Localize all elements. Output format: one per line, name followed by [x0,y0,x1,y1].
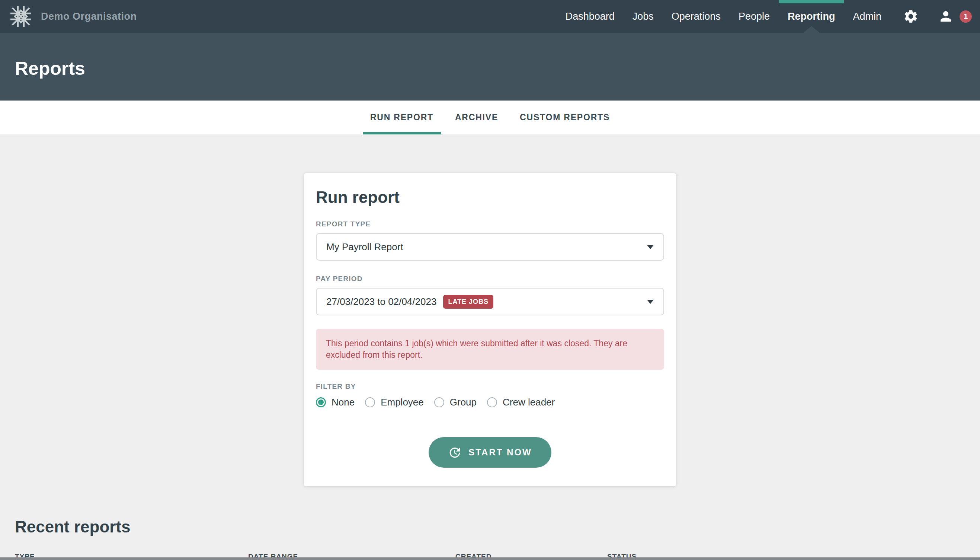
radio-circle-selected-icon [316,397,326,407]
update-clock-icon [448,446,462,460]
org-brand[interactable]: Demo Organisation [9,5,137,28]
start-now-button[interactable]: START NOW [429,437,551,468]
warning-text: This period contains 1 job(s) which were… [326,338,654,361]
recent-reports-section: Recent reports TYPE DATE RANGE CREATED S… [0,518,980,560]
filter-by-label: FILTER BY [316,382,664,391]
settings-button[interactable] [903,8,919,24]
snowflake-logo-icon [9,5,33,28]
late-jobs-warning-alert: This period contains 1 job(s) which were… [316,329,664,370]
person-icon [938,8,953,24]
pay-period-selected-value: 27/03/2023 to 02/04/2023 [326,296,437,308]
dropdown-arrow-icon [647,300,654,304]
nav-item-admin[interactable]: Admin [844,0,890,33]
report-type-label: REPORT TYPE [316,220,664,228]
report-type-select[interactable]: My Payroll Report [316,233,664,261]
filter-radio-group: None Employee Group Crew leader [316,397,664,408]
reports-page: Demo Organisation Dashboard Jobs Operati… [0,0,980,560]
nav-item-people[interactable]: People [729,0,779,33]
page-header: Reports [0,33,980,100]
gear-icon [903,8,919,24]
nav-active-indicator-bar [779,0,844,3]
radio-option-employee[interactable]: Employee [365,397,424,408]
radio-option-group[interactable]: Group [434,397,477,408]
late-jobs-badge: LATE JOBS [443,295,493,309]
horizontal-scrollbar[interactable] [0,557,980,560]
top-navbar: Demo Organisation Dashboard Jobs Operati… [0,0,980,33]
pay-period-select[interactable]: 27/03/2023 to 02/04/2023 LATE JOBS [316,288,664,315]
tab-archive[interactable]: ARCHIVE [448,100,506,134]
radio-circle-icon [365,397,375,407]
radio-option-none[interactable]: None [316,397,355,408]
pay-period-label: PAY PERIOD [316,275,664,283]
org-name: Demo Organisation [41,11,137,22]
radio-circle-icon [487,397,497,407]
run-report-title: Run report [316,188,664,207]
radio-circle-icon [434,397,444,407]
nav-item-operations[interactable]: Operations [663,0,729,33]
nav-item-reporting[interactable]: Reporting [779,0,844,33]
radio-option-crew-leader[interactable]: Crew leader [487,397,555,408]
recent-reports-title: Recent reports [0,518,980,536]
nav-active-caret [803,26,820,33]
active-tab-underline [363,132,441,134]
profile-button[interactable] [938,8,953,24]
tab-custom-reports[interactable]: CUSTOM REPORTS [512,100,617,134]
nav-item-dashboard[interactable]: Dashboard [556,0,624,33]
tab-run-report[interactable]: RUN REPORT [363,100,441,134]
reports-tabbar: RUN REPORT ARCHIVE CUSTOM REPORTS [0,100,980,134]
nav-item-jobs[interactable]: Jobs [624,0,663,33]
main-nav: Dashboard Jobs Operations People Reporti… [556,0,972,33]
content-area: Run report REPORT TYPE My Payroll Report… [0,173,980,560]
report-type-selected-value: My Payroll Report [326,241,403,253]
page-title: Reports [15,58,85,79]
run-report-card: Run report REPORT TYPE My Payroll Report… [304,173,676,486]
dropdown-arrow-icon [647,245,654,249]
notification-badge[interactable]: 1 [960,10,972,23]
